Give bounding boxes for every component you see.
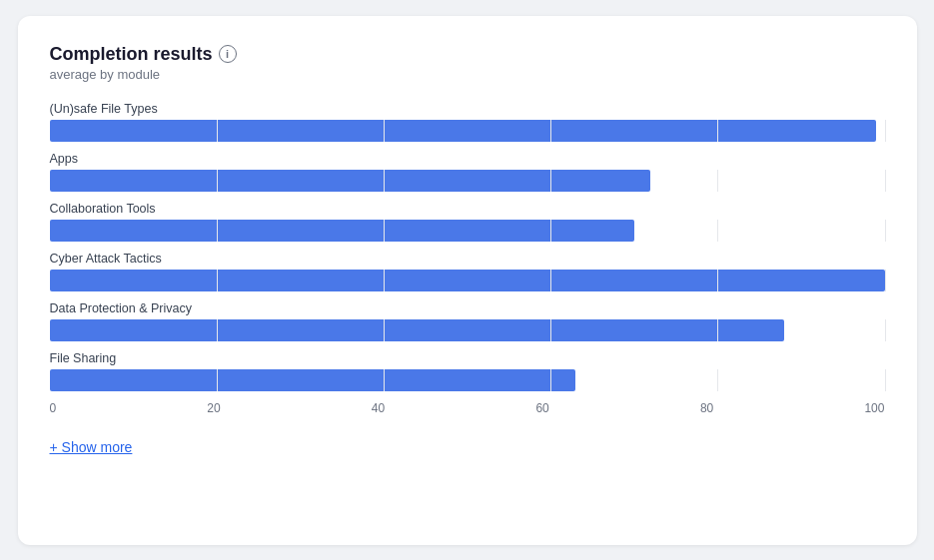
bar-row: File Sharing (50, 351, 885, 391)
grid-line (550, 369, 551, 391)
grid-line (885, 220, 886, 242)
title-row: Completion results i (50, 44, 885, 65)
grid-line (384, 270, 385, 291)
grid-line (550, 319, 551, 341)
info-icon[interactable]: i (219, 45, 237, 63)
bar-row: Collaboration Tools (50, 202, 885, 242)
grid-line (550, 170, 551, 192)
bar-track (50, 319, 885, 341)
grid-line (885, 319, 886, 341)
grid-line (885, 120, 886, 142)
grid-line (717, 319, 718, 341)
x-axis-label: 60 (535, 401, 548, 415)
grid-line (550, 120, 551, 142)
bar-track (50, 220, 885, 242)
bar-row: (Un)safe File Types (50, 102, 885, 142)
bar-row: Cyber Attack Tactics (50, 252, 885, 291)
grid-line (717, 369, 718, 391)
bar-track (50, 170, 885, 192)
bar-label: Cyber Attack Tactics (50, 252, 885, 266)
bar-fill (50, 319, 785, 341)
x-axis-label: 0 (50, 401, 57, 415)
bar-row: Apps (50, 152, 885, 192)
grid-line (717, 270, 718, 291)
bar-track (50, 270, 885, 291)
grid-line (717, 120, 718, 142)
bar-fill (50, 369, 576, 391)
grid-line (550, 220, 551, 242)
bar-track (50, 120, 885, 142)
completion-results-card: Completion results i average by module (… (18, 16, 917, 545)
grid-line (717, 170, 718, 192)
bar-fill (50, 220, 634, 242)
card-title: Completion results (50, 44, 213, 65)
grid-line (384, 369, 385, 391)
grid-line (384, 319, 385, 341)
x-axis-label: 80 (700, 401, 713, 415)
grid-line (217, 170, 218, 192)
grid-line (885, 369, 886, 391)
grid-line (550, 270, 551, 291)
grid-line (217, 369, 218, 391)
grid-lines (50, 102, 885, 391)
x-axis-label: 20 (207, 401, 220, 415)
bar-fill (50, 270, 885, 291)
grid-line (217, 270, 218, 291)
show-more-link[interactable]: + Show more (50, 439, 133, 455)
x-axis-label: 100 (864, 401, 884, 415)
bar-label: Apps (50, 152, 885, 166)
card-header: Completion results i average by module (50, 44, 885, 82)
subtitle: average by module (50, 67, 885, 82)
x-axis: 020406080100 (50, 401, 885, 415)
grid-line (384, 170, 385, 192)
grid-line (217, 120, 218, 142)
x-axis-label: 40 (372, 401, 385, 415)
bar-label: Collaboration Tools (50, 202, 885, 216)
grid-line (217, 220, 218, 242)
grid-line (885, 170, 886, 192)
grid-line (384, 120, 385, 142)
bar-fill (50, 120, 877, 142)
grid-line (384, 220, 385, 242)
bar-label: Data Protection & Privacy (50, 301, 885, 315)
grid-line (717, 220, 718, 242)
chart-area: (Un)safe File TypesAppsCollaboration Too… (50, 102, 885, 415)
bar-label: (Un)safe File Types (50, 102, 885, 116)
grid-line (217, 319, 218, 341)
bar-row: Data Protection & Privacy (50, 301, 885, 341)
bars-wrapper: (Un)safe File TypesAppsCollaboration Too… (50, 102, 885, 391)
bar-fill (50, 170, 651, 192)
bar-label: File Sharing (50, 351, 885, 365)
bar-track (50, 369, 885, 391)
grid-line (885, 270, 886, 291)
